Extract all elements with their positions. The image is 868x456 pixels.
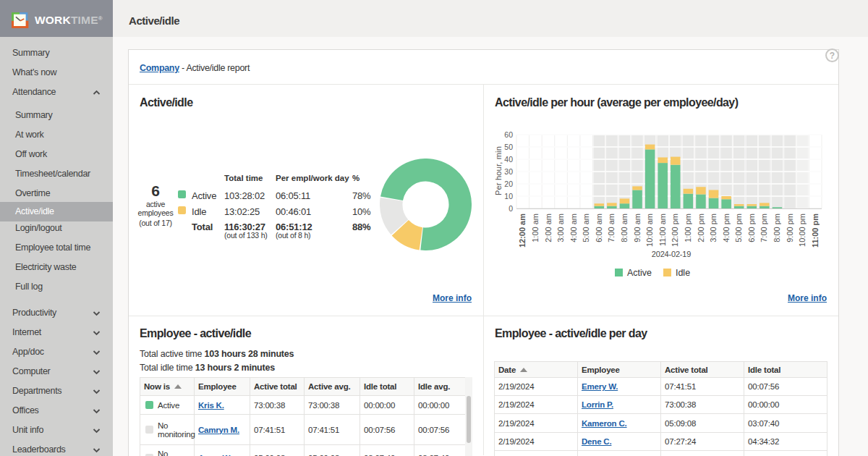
svg-text:0: 0	[509, 204, 513, 213]
svg-text:40: 40	[504, 155, 513, 164]
svg-text:30: 30	[504, 167, 513, 176]
svg-text:20: 20	[504, 180, 513, 188]
svg-text:50: 50	[504, 143, 513, 151]
svg-text:10: 10	[504, 192, 513, 200]
svg-text:60: 60	[504, 130, 513, 139]
